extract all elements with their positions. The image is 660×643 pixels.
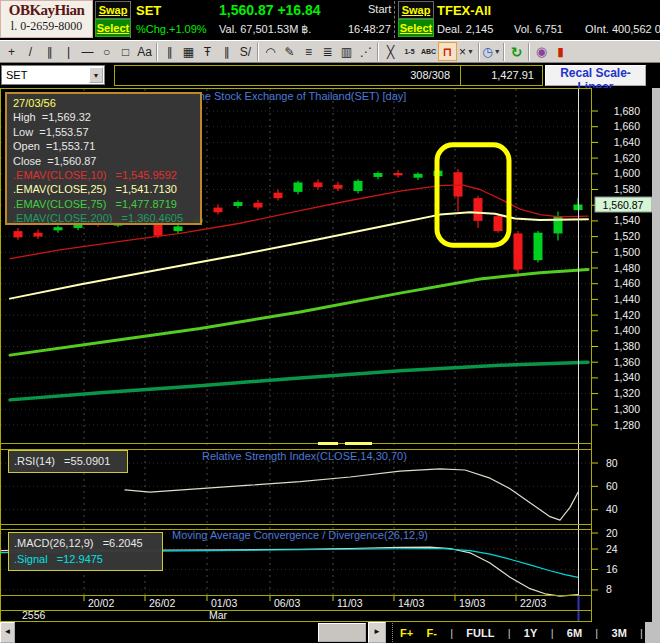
price-tick-label: 1,520 xyxy=(614,230,640,242)
regression-channel-icon[interactable]: ≣ xyxy=(318,42,337,61)
rectangle-icon[interactable]: □ xyxy=(116,42,135,61)
info-date: 27/03/56 xyxy=(13,96,200,110)
date-label: 01/03 xyxy=(211,597,237,609)
set-select-button[interactable]: Select xyxy=(95,19,131,37)
tfex-swap-button[interactable]: Swap xyxy=(398,1,434,19)
macd-value-label: .MACD(26,12,9) =6.2045 xyxy=(14,535,162,551)
erase-lines-icon[interactable]: ╳ xyxy=(381,42,400,61)
fan-lines-icon[interactable]: ⋰ xyxy=(356,42,375,61)
info-rows: High =1,569.32Low =1,553.57Open =1,553.7… xyxy=(13,110,200,225)
price-tick-label: 1,600 xyxy=(614,167,640,179)
candle-body xyxy=(174,226,183,231)
palette-icon[interactable]: ◉ xyxy=(532,42,551,61)
combobox-dropdown-arrow-icon[interactable]: ▼ xyxy=(89,67,103,83)
tfex-volume: Vol. 6,751 xyxy=(514,23,563,35)
tfex-select-button[interactable]: Select xyxy=(398,19,434,37)
price-tick-label: 1,460 xyxy=(614,277,640,289)
speed-lines-icon[interactable]: ∥ xyxy=(160,42,179,61)
toolbar-separator xyxy=(156,43,158,61)
zigzag-letters-icon[interactable]: ABC xyxy=(419,42,438,61)
date-label: 20/02 xyxy=(88,597,114,609)
rsi-value-box: .RSI(14) =55.0901 xyxy=(8,450,128,473)
alert-icon[interactable]: ▮ xyxy=(551,42,570,61)
fibonacci-arcs-icon[interactable]: ◠ xyxy=(261,42,280,61)
vertical-line-icon[interactable]: | xyxy=(59,42,78,61)
price-tick-label: 1,320 xyxy=(614,387,640,399)
zigzag-numbers-icon[interactable]: 1-5 xyxy=(400,42,419,61)
scale-value: 1,427.91 xyxy=(491,69,534,81)
rsi-tick-label: 60 xyxy=(606,480,618,492)
button-separator: | xyxy=(551,627,554,639)
rsi-tick-label: 40 xyxy=(606,503,618,515)
time-interval-dropdown-icon[interactable]: ◷▼ xyxy=(482,42,501,61)
trend-line-icon[interactable]: / xyxy=(21,42,40,61)
price-tick-label: 1,380 xyxy=(614,340,640,352)
header-divider xyxy=(394,1,395,38)
standard-deviation-icon[interactable]: S/ xyxy=(236,42,255,61)
macd-tick-label: 16 xyxy=(606,563,618,575)
delete-dropdown-icon[interactable]: ×▼ xyxy=(457,42,476,61)
range-button-1y[interactable]: 1Y xyxy=(524,627,537,639)
scroll-right-arrow-icon[interactable]: ► xyxy=(368,622,386,643)
quadrant-lines-icon[interactable]: ∥ xyxy=(217,42,236,61)
candle-body xyxy=(334,185,343,189)
pencil-icon[interactable]: ✎ xyxy=(280,42,299,61)
set-price-change: 1,560.87 +16.84 xyxy=(219,2,321,18)
set-symbol: SET xyxy=(136,3,161,18)
date-label: 26/02 xyxy=(149,597,175,609)
scrollbar-thumb[interactable] xyxy=(318,623,366,642)
crosshair-icon[interactable]: + xyxy=(2,42,21,61)
price-tick-label: 1,580 xyxy=(614,183,640,195)
recal-scale-button[interactable]: Recal Scale-Linear xyxy=(545,65,646,86)
price-tick-label: 1,420 xyxy=(614,309,640,321)
date-label: 11/03 xyxy=(337,597,363,609)
header-bar: OBKayHian l. 0-2659-8000 Swap Select SET… xyxy=(0,0,660,40)
button-separator: | xyxy=(508,627,511,639)
range-button-6m[interactable]: 6M xyxy=(567,627,582,639)
parallel-lines-icon[interactable]: ∥ xyxy=(40,42,59,61)
ellipse-icon[interactable]: ○ xyxy=(97,42,116,61)
set-value-traded: Val. 67,501.53M ฿. xyxy=(219,23,311,36)
right-scroll-strip[interactable] xyxy=(652,88,660,643)
range-button-3m[interactable]: 3M xyxy=(612,627,627,639)
candle-body xyxy=(14,231,23,237)
gann-grid-icon[interactable]: ▦ xyxy=(179,42,198,61)
fibonacci-retracement-icon[interactable]: ≡ xyxy=(299,42,318,61)
tfex-open-interest: OInt. 400,562 02 xyxy=(585,23,660,35)
broker-logo: OBKayHian l. 0-2659-8000 xyxy=(0,0,93,38)
macd-signal-label: .Signal =12.9475 xyxy=(14,551,162,567)
text-tool-icon[interactable]: Aa xyxy=(135,42,154,61)
start-label: Start xyxy=(368,3,391,15)
range-button-f+[interactable]: F+ xyxy=(400,627,413,639)
candle-body xyxy=(274,193,283,198)
header-divider xyxy=(130,1,131,38)
button-separator: | xyxy=(640,627,643,639)
info-row: Low =1,553.57 xyxy=(13,125,200,139)
fibonacci-timezones-icon[interactable]: ▥ xyxy=(337,42,356,61)
button-separator: | xyxy=(595,627,598,639)
tfex-deals: Deal. 2,145 xyxy=(437,23,493,35)
magnet-icon[interactable]: ⊓ xyxy=(438,42,457,61)
rsi-tick-label: 80 xyxy=(606,457,618,469)
symbol-combobox[interactable]: SET ▼ xyxy=(1,65,105,85)
range-button-full[interactable]: FULL xyxy=(466,627,494,639)
info-row: .EMAV(CLOSE,10) =1,545.9592 xyxy=(13,168,200,182)
refresh-icon[interactable]: ↻ xyxy=(507,42,526,61)
toolbar-separator xyxy=(528,43,530,61)
scroll-corner xyxy=(645,622,660,643)
price-tick-label: 1,360 xyxy=(614,356,640,368)
candle-body xyxy=(34,233,43,237)
candle-body xyxy=(494,216,503,231)
candle-body xyxy=(54,227,63,230)
info-row: .EMAV(CLOSE,25) =1,541.7130 xyxy=(13,182,200,196)
price-tag-value: 1,560.87 xyxy=(603,199,644,211)
range-button-f-[interactable]: F- xyxy=(426,627,436,639)
scroll-left-arrow-icon[interactable]: ◄ xyxy=(0,622,15,643)
set-swap-button[interactable]: Swap xyxy=(95,1,131,19)
price-tick-label: 1,680 xyxy=(614,105,640,117)
bottom-divider xyxy=(392,623,393,642)
chart-status-field: 308/308 1,427.91 xyxy=(114,65,543,86)
horizontal-line-icon[interactable]: — xyxy=(78,42,97,61)
tirone-levels-icon[interactable]: Ŧ xyxy=(198,42,217,61)
candle-body xyxy=(374,173,383,177)
